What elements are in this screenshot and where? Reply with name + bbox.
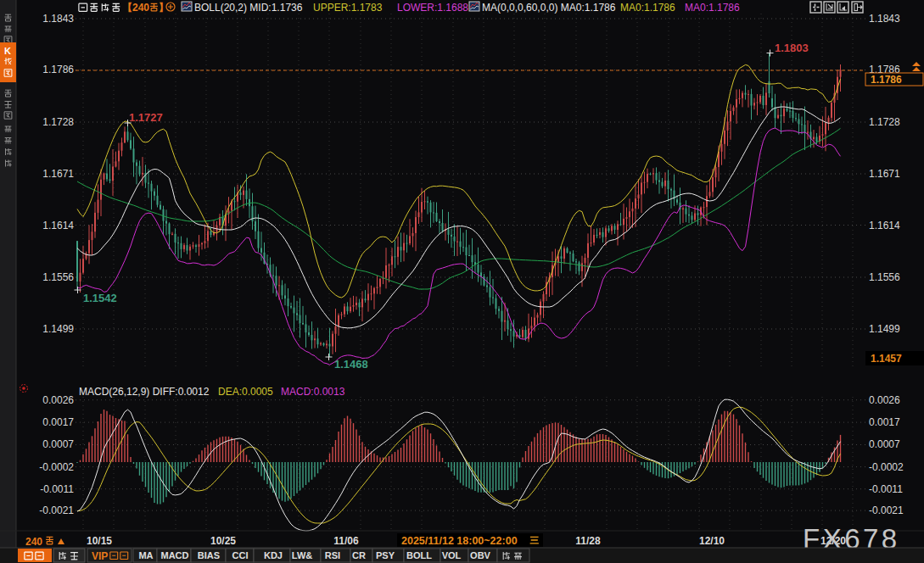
svg-text:CR: CR <box>352 550 366 560</box>
svg-text:1.1542: 1.1542 <box>83 292 117 304</box>
svg-text:BOLL: BOLL <box>406 550 432 560</box>
svg-text:1.1457: 1.1457 <box>871 353 902 365</box>
svg-text:-0.0011: -0.0011 <box>869 483 903 495</box>
svg-text:KDJ: KDJ <box>264 550 283 560</box>
svg-text:0.0026: 0.0026 <box>869 394 900 406</box>
svg-text:CCI: CCI <box>232 550 249 560</box>
svg-text:BIAS: BIAS <box>198 550 220 560</box>
svg-text:MA0:1.1786: MA0:1.1786 <box>620 2 675 14</box>
svg-text:1.1843: 1.1843 <box>869 13 900 25</box>
svg-text:0.0017: 0.0017 <box>42 416 74 428</box>
svg-text:OBV: OBV <box>470 550 491 560</box>
svg-text:0.0007: 0.0007 <box>42 438 74 450</box>
svg-text:1.1786: 1.1786 <box>42 64 74 75</box>
svg-text:MACD:0.0013: MACD:0.0013 <box>281 386 345 398</box>
svg-text:1.1803: 1.1803 <box>775 42 809 54</box>
svg-text:1.1556: 1.1556 <box>42 271 74 283</box>
svg-text:1.1468: 1.1468 <box>334 358 368 371</box>
svg-text:-0.0002: -0.0002 <box>869 461 904 473</box>
svg-text:10/15: 10/15 <box>87 535 112 547</box>
svg-text:1.1786: 1.1786 <box>871 74 902 86</box>
svg-text:VOL: VOL <box>442 550 462 560</box>
svg-text:LW&: LW& <box>292 550 312 560</box>
svg-text:【240: 【240 <box>122 2 149 14</box>
svg-text:LOWER:1.1688: LOWER:1.1688 <box>397 2 468 14</box>
svg-text:2025/11/12 18:00~22:00: 2025/11/12 18:00~22:00 <box>401 535 518 547</box>
svg-text:0.0026: 0.0026 <box>42 394 74 406</box>
svg-text:240: 240 <box>25 536 42 548</box>
svg-text:RSI: RSI <box>325 550 340 560</box>
svg-text:1.1843: 1.1843 <box>42 13 74 25</box>
svg-text:MACD: MACD <box>161 550 189 560</box>
svg-text:1.1499: 1.1499 <box>869 323 900 335</box>
svg-text:MA: MA <box>138 550 153 560</box>
svg-text:MACD(26,12,9) DIFF:0.0012: MACD(26,12,9) DIFF:0.0012 <box>79 386 210 398</box>
svg-text:11/28: 11/28 <box>575 535 601 547</box>
svg-text:-0.0021: -0.0021 <box>869 504 904 516</box>
svg-text:1.1671: 1.1671 <box>42 168 74 180</box>
svg-text:0.0007: 0.0007 <box>869 438 900 450</box>
svg-text:UPPER:1.1783: UPPER:1.1783 <box>313 2 383 14</box>
svg-text:-0.0021: -0.0021 <box>39 504 74 516</box>
svg-text:DEA:0.0005: DEA:0.0005 <box>218 386 273 398</box>
svg-text:10/25: 10/25 <box>210 535 236 547</box>
svg-text:11/06: 11/06 <box>333 535 359 547</box>
svg-text:PSY: PSY <box>376 550 395 560</box>
svg-text:12/10: 12/10 <box>699 535 725 547</box>
svg-text:1.1727: 1.1727 <box>129 111 163 124</box>
svg-text:1.1728: 1.1728 <box>42 116 74 128</box>
svg-text:VIP: VIP <box>92 550 108 562</box>
svg-text:MA(0,0,0,60,0,0) MA0:1.1786: MA(0,0,0,60,0,0) MA0:1.1786 <box>482 2 616 14</box>
svg-text:BOLL(20,2) MID:1.1736: BOLL(20,2) MID:1.1736 <box>194 2 303 14</box>
svg-text:1.1556: 1.1556 <box>869 271 900 283</box>
svg-text:-0.0011: -0.0011 <box>40 483 74 495</box>
svg-text:0.0017: 0.0017 <box>869 416 900 428</box>
svg-text:K: K <box>4 46 11 56</box>
svg-text:1.1614: 1.1614 <box>869 220 900 231</box>
svg-text:-0.0002: -0.0002 <box>39 461 74 473</box>
svg-text:MA0:1.1786: MA0:1.1786 <box>685 2 740 14</box>
svg-text:1.1499: 1.1499 <box>42 323 74 335</box>
svg-text:1.1614: 1.1614 <box>42 220 74 231</box>
svg-text:1.1671: 1.1671 <box>869 168 900 180</box>
svg-text:1.1728: 1.1728 <box>869 116 900 128</box>
